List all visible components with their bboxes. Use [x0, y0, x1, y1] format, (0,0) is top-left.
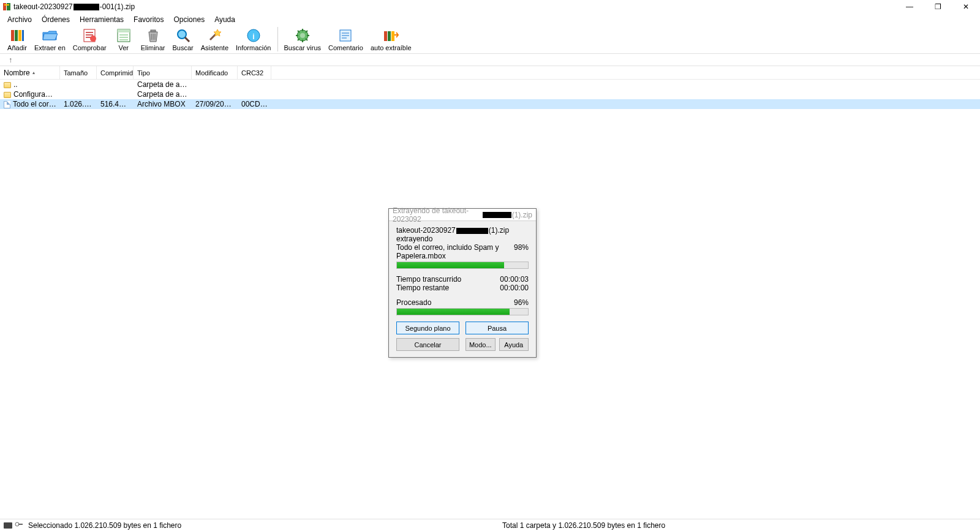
toolbar-comentario[interactable]: Comentario: [325, 27, 367, 51]
toolbar-buscar[interactable]: Buscar: [169, 27, 197, 51]
status-icons: [4, 521, 23, 530]
svg-rect-10: [118, 29, 130, 32]
toolbar-eliminar[interactable]: Eliminar: [137, 27, 169, 51]
toolbar-comprobar[interactable]: Comprobar: [69, 27, 110, 51]
svg-rect-1: [7, 3, 10, 10]
toolbar-sfx[interactable]: auto extraíble: [367, 27, 415, 51]
redacted-segment: [74, 4, 99, 10]
statusbar: Seleccionado 1.026.210.509 bytes en 1 fi…: [0, 519, 980, 531]
pause-button[interactable]: Pausa: [466, 322, 529, 334]
svg-rect-20: [384, 31, 387, 41]
toolbar-extraer[interactable]: Extraer en: [31, 27, 69, 51]
col-crc32[interactable]: CRC32: [238, 66, 271, 79]
svg-text:i: i: [252, 32, 254, 41]
dialog-elapsed: Tiempo transcurrido 00:00:03: [396, 275, 529, 284]
up-button[interactable]: ↑: [6, 56, 15, 64]
dialog-title[interactable]: Extrayendo de takeout-2023092 (1).zip: [389, 209, 536, 221]
window-controls: — ❐ ✕: [895, 0, 980, 13]
col-comprimido[interactable]: Comprimido: [97, 66, 134, 79]
trash-icon: [145, 27, 162, 44]
status-selected: Seleccionado 1.026.210.509 bytes en 1 fi…: [28, 521, 502, 530]
file-row-mbox[interactable]: Todo el correo, i... 1.026.210.5... 516.…: [0, 99, 980, 109]
view-icon: [115, 27, 132, 44]
title-prefix: takeout-20230927: [13, 2, 73, 11]
file-rows: .. Carpeta de archivos Configuración d..…: [0, 80, 980, 109]
toolbar-info[interactable]: i Información: [232, 27, 274, 51]
toolbar: Añadir Extraer en Comprobar Ver Eliminar…: [0, 26, 980, 54]
books-icon: [9, 27, 26, 44]
sfx-icon: [382, 27, 399, 44]
toolbar-virus[interactable]: Buscar virus: [281, 27, 325, 51]
svg-point-8: [90, 36, 96, 42]
svg-point-12: [178, 30, 186, 39]
redacted-segment: [456, 228, 488, 234]
file-row-folder[interactable]: Configuración d... Carpeta de archivos: [0, 89, 980, 99]
help-button[interactable]: Ayuda: [499, 338, 529, 351]
dialog-action: extrayendo: [396, 235, 529, 243]
test-icon: [81, 27, 98, 44]
close-button[interactable]: ✕: [952, 0, 980, 13]
col-nombre[interactable]: Nombre▴: [0, 66, 60, 79]
svg-point-18: [300, 33, 305, 38]
col-tamano[interactable]: Tamaño: [60, 66, 97, 79]
mode-button[interactable]: Modo...: [466, 338, 496, 351]
status-total: Total 1 carpeta y 1.026.210.509 bytes en…: [502, 521, 976, 530]
toolbar-anadir[interactable]: Añadir: [4, 27, 31, 51]
cancel-button[interactable]: Cancelar: [396, 338, 459, 351]
dialog-remaining: Tiempo restante 00:00:00: [396, 284, 529, 292]
svg-rect-4: [15, 30, 18, 41]
wizard-icon: [206, 27, 223, 44]
folder-open-icon: [41, 27, 58, 44]
virus-scan-icon: [294, 27, 311, 44]
background-button[interactable]: Segundo plano: [396, 322, 459, 334]
svg-line-13: [185, 37, 189, 42]
folder-icon: [4, 82, 11, 88]
svg-rect-5: [18, 30, 21, 41]
svg-rect-11: [151, 30, 156, 32]
menu-archivo[interactable]: Archivo: [2, 14, 37, 25]
progress-bar-total: [396, 308, 529, 315]
progress-fill: [397, 262, 504, 268]
minimize-button[interactable]: —: [895, 0, 924, 13]
col-modificado[interactable]: Modificado: [192, 66, 238, 79]
toolbar-asistente[interactable]: Asistente: [197, 27, 232, 51]
folder-icon: [4, 92, 11, 98]
navbar: ↑: [0, 54, 980, 66]
lock-icon: [15, 521, 23, 530]
menu-favoritos[interactable]: Favoritos: [129, 14, 168, 25]
svg-rect-24: [18, 524, 23, 525]
winrar-icon: [2, 2, 11, 11]
svg-rect-0: [3, 3, 6, 10]
progress-bar-file: [396, 262, 529, 269]
dialog-current-file: Todo el correo, incluido Spam y Papelera…: [396, 243, 529, 260]
window-titlebar: takeout-20230927 -001(1).zip — ❐ ✕: [0, 0, 980, 13]
menu-ayuda[interactable]: Ayuda: [209, 14, 240, 25]
file-icon: [4, 101, 10, 108]
dialog-body: takeout-20230927(1).zip extrayendo Todo …: [389, 221, 536, 357]
column-headers: Nombre▴ Tamaño Comprimido Tipo Modificad…: [0, 66, 980, 80]
maximize-button[interactable]: ❐: [924, 0, 952, 13]
file-row-parent[interactable]: .. Carpeta de archivos: [0, 80, 980, 89]
menu-herramientas[interactable]: Herramientas: [75, 14, 129, 25]
dialog-processed: Procesado 96%: [396, 298, 529, 307]
svg-rect-2: [4, 4, 9, 6]
toolbar-separator: [277, 27, 278, 51]
progress-fill: [397, 309, 510, 315]
dialog-buttons: Segundo plano Pausa Cancelar Modo... Ayu…: [396, 322, 529, 351]
extraction-dialog: Extrayendo de takeout-2023092 (1).zip ta…: [388, 208, 537, 358]
disk-icon: [4, 522, 12, 529]
menu-ordenes[interactable]: Órdenes: [37, 14, 75, 25]
search-icon: [175, 27, 192, 44]
title-suffix: -001(1).zip: [100, 2, 135, 11]
comment-icon: [337, 27, 354, 44]
toolbar-ver[interactable]: Ver: [110, 27, 137, 51]
info-icon: i: [245, 27, 262, 44]
svg-rect-3: [11, 30, 14, 41]
dialog-archive-name: takeout-20230927(1).zip: [396, 226, 529, 235]
window-title: takeout-20230927 -001(1).zip: [13, 2, 895, 11]
col-tipo[interactable]: Tipo: [134, 66, 192, 79]
menu-opciones[interactable]: Opciones: [168, 14, 209, 25]
sort-indicator-icon: ▴: [32, 70, 35, 75]
svg-rect-6: [22, 30, 24, 41]
svg-rect-21: [388, 31, 391, 41]
